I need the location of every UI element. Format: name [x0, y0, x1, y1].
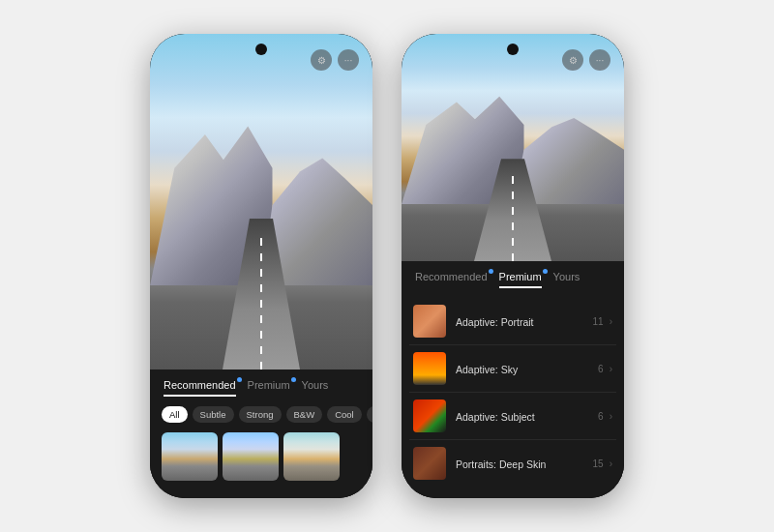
road-line-left: [260, 235, 262, 369]
preset-name-portrait: Adaptive: Portrait: [456, 316, 534, 328]
tab-yours-right[interactable]: Yours: [553, 271, 580, 288]
settings-icon-right[interactable]: ⚙: [562, 49, 583, 71]
right-phone-icons: ⚙ ···: [562, 49, 610, 71]
tab-recommended-right[interactable]: Recommended: [415, 271, 488, 288]
avatar-face-img: [413, 305, 446, 338]
preset-name-deep-skin: Portraits: Deep Skin: [456, 458, 546, 470]
preset-thumb-img-1: [162, 432, 218, 481]
more-icon[interactable]: ···: [338, 49, 359, 71]
tab-yours-left[interactable]: Yours: [302, 379, 329, 397]
photo-area-left: ⚙ ···: [150, 34, 372, 369]
preset-info-portrait: Adaptive: Portrait: [456, 312, 593, 330]
road-line-right: [512, 170, 514, 261]
preset-right-sky: 6 ›: [598, 364, 612, 374]
avatar-subject: [413, 399, 446, 432]
preset-info-sky: Adaptive: Sky: [456, 360, 598, 377]
left-phone: ⚙ ··· Recommended Premium Yours All: [150, 34, 372, 498]
list-item-subject[interactable]: Adaptive: Subject 6 ›: [409, 393, 616, 440]
preset-list: Adaptive: Portrait 11 › Adaptive: Sky: [402, 294, 624, 490]
preset-count-deep-skin: 15: [593, 458, 604, 469]
preset-count-sky: 6: [598, 364, 604, 374]
chevron-subject: ›: [610, 411, 612, 422]
filter-subtle[interactable]: Subtle: [193, 406, 234, 423]
settings-icon[interactable]: ⚙: [311, 49, 332, 71]
premium-dot-right: [543, 269, 548, 274]
tab-premium-right[interactable]: Premium: [499, 271, 542, 288]
filter-row: All Subtle Strong B&W Cool Warm: [150, 402, 372, 427]
avatar-portrait: [413, 305, 446, 338]
preset-thumb-1[interactable]: [162, 432, 218, 481]
filter-all[interactable]: All: [162, 406, 188, 423]
photo-area-right: ⚙ ···: [402, 34, 624, 261]
avatar-sky-img: [413, 352, 446, 385]
chevron-sky: ›: [610, 364, 612, 374]
preset-right-subject: 6 ›: [598, 411, 612, 422]
left-screen: ⚙ ··· Recommended Premium Yours All: [150, 34, 372, 498]
avatar-deep-skin: [413, 447, 446, 480]
list-item-deep-skin[interactable]: Portraits: Deep Skin 15 ›: [409, 440, 616, 487]
preset-right-portrait: 11 ›: [593, 316, 612, 327]
recommended-dot-right: [489, 269, 493, 274]
preset-info-deep-skin: Portraits: Deep Skin: [456, 455, 593, 472]
preset-thumb-img-3: [283, 432, 340, 481]
tab-recommended-left[interactable]: Recommended: [164, 379, 236, 397]
left-phone-icons: ⚙ ···: [311, 49, 359, 71]
preset-info-subject: Adaptive: Subject: [456, 407, 598, 425]
preset-name-sky: Adaptive: Sky: [456, 364, 518, 375]
filter-bw[interactable]: B&W: [286, 406, 323, 423]
mountain-photo-left: [150, 34, 372, 369]
preset-thumb-3[interactable]: [283, 432, 340, 481]
filter-cool[interactable]: Cool: [327, 406, 362, 423]
premium-dot-left: [291, 377, 296, 382]
list-item-portrait[interactable]: Adaptive: Portrait 11 ›: [409, 298, 616, 345]
chevron-deep-skin: ›: [610, 458, 612, 469]
filter-warm[interactable]: Warm: [367, 406, 372, 423]
tab-premium-left[interactable]: Premium: [248, 379, 290, 397]
recommended-dot-left: [237, 377, 242, 382]
avatar-dark-skin-img: [413, 447, 446, 480]
left-tabs: Recommended Premium Yours: [150, 369, 372, 402]
preset-name-subject: Adaptive: Subject: [456, 411, 535, 423]
avatar-sky: [413, 352, 446, 385]
preset-count-subject: 6: [598, 411, 604, 422]
list-item-sky[interactable]: Adaptive: Sky 6 ›: [409, 345, 616, 393]
preset-count-portrait: 11: [593, 316, 604, 327]
chevron-portrait: ›: [610, 316, 612, 327]
right-phone: ⚙ ··· Recommended Premium Yours: [402, 34, 624, 498]
more-icon-right[interactable]: ···: [589, 49, 610, 71]
preset-right-deep-skin: 15 ›: [593, 458, 612, 469]
preset-thumb-img-2: [223, 432, 279, 481]
right-screen: ⚙ ··· Recommended Premium Yours: [402, 34, 624, 498]
avatar-bird-img: [413, 399, 446, 432]
right-bottom-panel: Recommended Premium Yours Adapti: [402, 261, 624, 498]
preset-thumbnails: [150, 427, 372, 490]
filter-strong[interactable]: Strong: [239, 406, 282, 423]
right-tabs: Recommended Premium Yours: [402, 261, 624, 294]
preset-thumb-2[interactable]: [223, 432, 279, 481]
left-bottom-panel: Recommended Premium Yours All Subtle Str…: [150, 369, 372, 498]
